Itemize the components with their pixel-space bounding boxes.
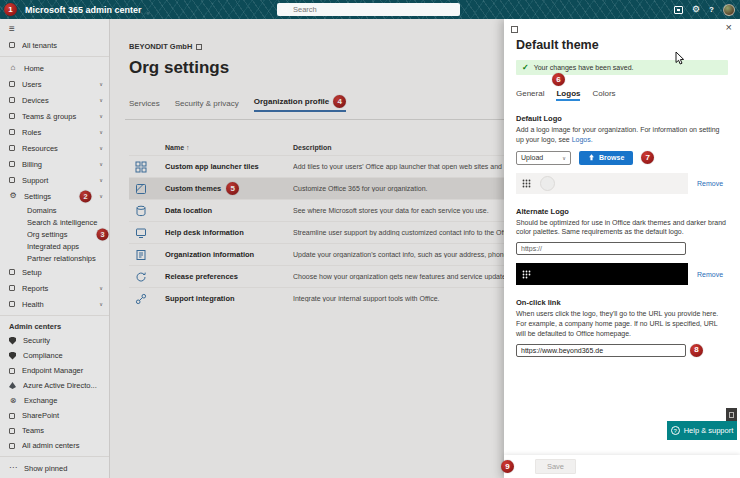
- sidebar-item-partner-relationships[interactable]: Partner relationships: [0, 252, 109, 264]
- sidebar-item-domains[interactable]: Domains: [0, 204, 109, 216]
- devices-icon: [9, 97, 15, 103]
- app-title: Microsoft 365 admin center: [25, 5, 142, 15]
- annotation-badge-6: 6: [552, 73, 565, 86]
- panel-title: Default theme: [516, 38, 728, 52]
- support-icon: [9, 177, 15, 183]
- alternate-logo-section: Alternate Logo Should be optimized for u…: [516, 207, 728, 286]
- tab-colors[interactable]: Colors: [592, 89, 615, 101]
- sidebar-item-azure-active-directory[interactable]: Azure Active Directo...: [0, 378, 109, 393]
- hamburger-icon: ≡: [9, 23, 15, 34]
- question-mark-icon: ?: [671, 426, 680, 435]
- show-pinned-button[interactable]: ⋯ Show pinned: [0, 460, 109, 476]
- sidebar-item-health[interactable]: Health ∨: [0, 296, 109, 312]
- chevron-down-icon: ∨: [99, 113, 103, 119]
- annotation-badge-2: 2: [80, 190, 92, 202]
- sidebar-item-settings[interactable]: ⚙ Settings 2 ∨: [0, 188, 109, 204]
- remove-alternate-logo-link[interactable]: Remove: [697, 271, 723, 278]
- tab-logos[interactable]: Logos: [556, 89, 580, 101]
- sidebar-item-org-settings[interactable]: Org settings 3: [0, 228, 109, 240]
- chevron-down-icon: ∨: [99, 129, 103, 135]
- close-icon[interactable]: ×: [726, 22, 732, 33]
- alternate-logo-heading: Alternate Logo: [516, 207, 728, 216]
- home-icon: ⌂: [9, 64, 17, 72]
- annotation-badge-8: 8: [690, 344, 703, 357]
- search-input[interactable]: [277, 3, 460, 16]
- chevron-down-icon: ∨: [99, 161, 103, 167]
- users-icon: [9, 81, 15, 87]
- browse-button[interactable]: Browse: [579, 151, 633, 165]
- remove-default-logo-link[interactable]: Remove: [697, 180, 723, 187]
- azure-ad-icon: [9, 382, 16, 389]
- annotation-badge-9: 9: [501, 460, 514, 473]
- sidebar-item-search-intelligence[interactable]: Search & intelligence: [0, 216, 109, 228]
- sidebar-item-security[interactable]: Security: [0, 333, 109, 348]
- uploaded-logo-thumbnail: [540, 176, 555, 191]
- alternate-logo-url-input[interactable]: [516, 242, 686, 255]
- default-logo-heading: Default Logo: [516, 114, 728, 123]
- sidebar-item-sharepoint[interactable]: SharePoint: [0, 408, 109, 423]
- sidebar-item-integrated-apps[interactable]: Integrated apps: [0, 240, 109, 252]
- sidebar-item-compliance[interactable]: Compliance: [0, 348, 109, 363]
- panel-tabs: 6 General Logos Colors: [516, 89, 728, 101]
- expand-panel-icon[interactable]: [511, 26, 518, 33]
- divider: [0, 456, 109, 457]
- feedback-icon[interactable]: [726, 408, 737, 421]
- help-desk-icon: [135, 227, 147, 239]
- column-header-name[interactable]: Name ↑: [165, 144, 293, 151]
- chevron-down-icon: ∨: [99, 301, 103, 307]
- upload-icon: [588, 154, 595, 161]
- chevron-down-icon: ∨: [99, 145, 103, 151]
- nav-collapse-button[interactable]: ≡: [0, 19, 109, 37]
- sidebar-item-devices[interactable]: Devices ∨: [0, 92, 109, 108]
- compliance-shield-icon: [9, 352, 16, 360]
- health-icon: [9, 301, 15, 307]
- sidebar-item-roles[interactable]: Roles ∨: [0, 124, 109, 140]
- sidebar-item-resources[interactable]: Resources ∨: [0, 140, 109, 156]
- sidebar-item-support[interactable]: Support ∨: [0, 172, 109, 188]
- chevron-down-icon: ∨: [99, 97, 103, 103]
- default-logo-preview: [516, 173, 688, 194]
- security-shield-icon: [9, 337, 16, 345]
- onclick-link-heading: On-click link: [516, 298, 728, 307]
- chevron-down-icon: ∨: [99, 81, 103, 87]
- setup-icon: [9, 269, 15, 275]
- tab-organization-profile[interactable]: Organization profile 4: [254, 95, 347, 112]
- chevron-down-icon: ∨: [562, 155, 566, 161]
- success-banner: ✓ Your changes have been saved.: [516, 60, 728, 75]
- sidebar-item-billing[interactable]: Billing ∨: [0, 156, 109, 172]
- panel-footer: 9 Save: [504, 455, 740, 478]
- app-launcher-tiles-icon: [135, 161, 147, 173]
- sidebar-item-all-admin-centers[interactable]: All admin centers: [0, 438, 109, 453]
- help-icon[interactable]: ?: [709, 5, 714, 14]
- onclick-url-input[interactable]: [516, 344, 686, 357]
- sidebar-item-endpoint-manager[interactable]: Endpoint Manager: [0, 363, 109, 378]
- sidebar-item-reports[interactable]: Reports ∨: [0, 280, 109, 296]
- gear-icon[interactable]: ⚙: [692, 5, 700, 14]
- sidebar-item-all-tenants[interactable]: All tenants: [0, 37, 109, 53]
- admin-centers-icon: [9, 443, 15, 449]
- organization-info-icon: [135, 249, 147, 261]
- sidebar-item-users[interactable]: Users ∨: [0, 76, 109, 92]
- avatar[interactable]: [723, 4, 735, 16]
- annotation-badge-7: 7: [641, 151, 654, 164]
- save-button[interactable]: Save: [535, 459, 576, 474]
- roles-icon: [9, 129, 15, 135]
- custom-themes-icon: [135, 183, 147, 195]
- tab-security-privacy[interactable]: Security & privacy: [175, 99, 239, 112]
- tab-services[interactable]: Services: [129, 99, 160, 112]
- sidebar-item-home[interactable]: ⌂ Home: [0, 60, 109, 76]
- sort-ascending-icon: ↑: [186, 144, 190, 151]
- upload-type-dropdown[interactable]: Upload ∨: [516, 151, 571, 165]
- tab-general[interactable]: General: [516, 89, 544, 101]
- sidebar-item-teams[interactable]: Teams: [0, 423, 109, 438]
- sidebar-item-teams-groups[interactable]: Teams & groups ∨: [0, 108, 109, 124]
- sidebar-item-exchange[interactable]: ⊗ Exchange: [0, 393, 109, 408]
- whats-new-icon[interactable]: [674, 6, 683, 14]
- teams-groups-icon: [9, 113, 15, 119]
- chevron-down-icon: ∨: [99, 193, 103, 199]
- help-support-button[interactable]: ? Help & support: [667, 421, 737, 440]
- annotation-badge-3: 3: [97, 228, 109, 240]
- sidebar-item-setup[interactable]: Setup: [0, 264, 109, 280]
- logos-help-link[interactable]: Logos.: [572, 136, 593, 143]
- onclick-link-section: On-click link When users click the logo,…: [516, 298, 728, 356]
